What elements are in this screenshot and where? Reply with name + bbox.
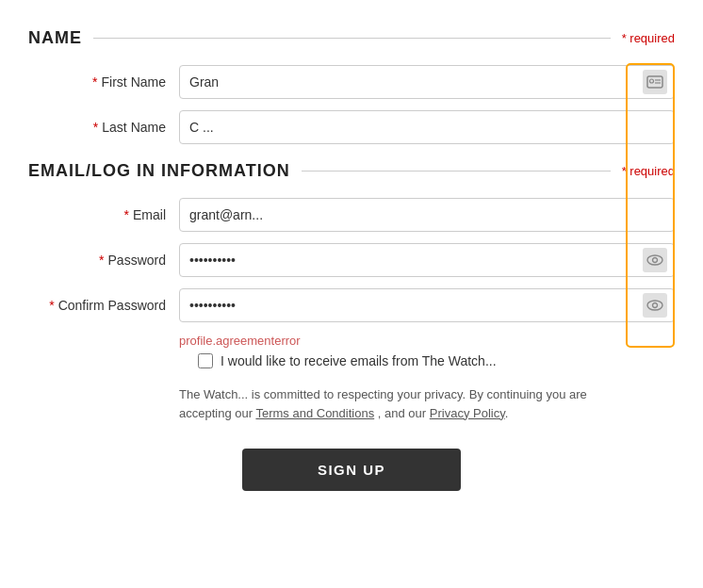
first-name-row: *First Name [28,65,675,99]
privacy-text-block: The Watch... is committed to respecting … [179,385,641,422]
svg-point-5 [653,258,658,263]
email-opt-in-checkbox[interactable] [198,353,213,368]
email-label: *Email [28,207,179,222]
email-input-wrapper [179,198,675,232]
svg-point-7 [653,303,658,308]
email-required-label: * required [622,164,675,178]
name-required-label: * required [622,31,675,45]
email-icon [643,203,667,227]
last-name-input-wrapper [179,110,675,144]
password-input[interactable] [179,243,675,277]
first-name-input[interactable] [179,65,675,99]
and-text: , and our [378,406,426,420]
confirm-password-input-wrapper [179,288,675,322]
password-eye-icon[interactable] [643,248,667,272]
email-section-title: EMAIL/LOG IN INFORMATION [28,161,290,181]
signup-button-wrapper: SIGN UP [28,449,675,491]
confirm-password-label: *Confirm Password [28,298,179,313]
email-opt-in-label: I would like to receive emails from The … [221,353,497,368]
confirm-password-row: *Confirm Password [28,288,675,322]
confirm-password-input[interactable] [179,288,675,322]
name-section-divider [93,38,611,39]
svg-point-4 [647,255,662,265]
svg-point-6 [647,301,662,310]
name-section-header: NAME * required [28,28,675,48]
password-row: *Password [28,243,675,277]
email-row: *Email [28,198,675,232]
password-label: *Password [28,253,179,268]
password-input-wrapper [179,243,675,277]
last-name-label: *Last Name [28,120,179,135]
last-name-icon [643,115,667,139]
first-name-label: *First Name [28,74,179,90]
email-opt-in-row: I would like to receive emails from The … [198,353,675,368]
svg-point-1 [650,79,654,83]
last-name-input[interactable] [179,110,675,144]
terms-link[interactable]: Terms and Conditions [255,406,374,420]
first-name-input-wrapper [179,65,675,99]
email-section-header: EMAIL/LOG IN INFORMATION * required [28,161,675,181]
privacy-policy-link[interactable]: Privacy Policy [430,406,505,420]
agreement-error: profile.agreementerror [179,334,675,348]
name-section-title: NAME [28,28,82,48]
last-name-row: *Last Name [28,110,675,144]
confirm-password-eye-icon[interactable] [643,293,667,318]
id-card-icon[interactable] [643,70,667,94]
email-section-divider [302,171,611,172]
email-input[interactable] [179,198,675,232]
signup-button[interactable]: SIGN UP [242,449,461,491]
